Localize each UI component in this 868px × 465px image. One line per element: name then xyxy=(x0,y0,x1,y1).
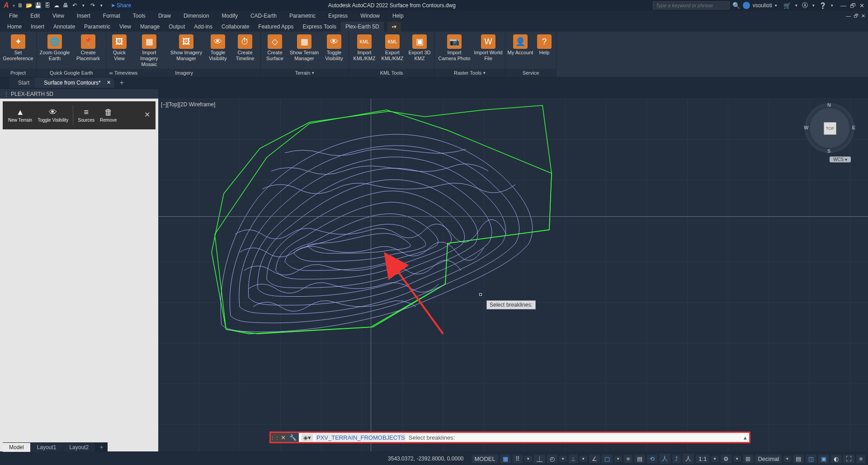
status-snap-icon[interactable]: ⠿ xyxy=(513,455,523,463)
menu-draw[interactable]: Draw xyxy=(154,12,175,20)
toggle-visibility-button[interactable]: 👁Toggle Visibility xyxy=(35,108,71,123)
import-camera-photo-button[interactable]: 📷Import Camera Photo xyxy=(436,33,472,62)
minimize-button[interactable]: — xyxy=(840,2,846,9)
status-gear-dropdown-icon[interactable]: ▾ xyxy=(733,456,741,462)
cmd-drag-handle-icon[interactable]: ⋮⋮ xyxy=(271,433,279,442)
status-isolate-icon[interactable]: ▣ xyxy=(818,455,829,463)
layout-layout2[interactable]: Layout2 xyxy=(63,443,95,452)
tab-output[interactable]: Output xyxy=(164,22,189,32)
panel-title-terrain[interactable]: Terrain▾ xyxy=(261,69,349,77)
export-kml-button[interactable]: KMLExport KML/KMZ xyxy=(379,33,406,62)
tab-home[interactable]: Home xyxy=(3,22,26,32)
status-customize-icon[interactable]: ≡ xyxy=(856,455,865,463)
status-isodraft-icon[interactable]: ⟂ xyxy=(569,455,578,463)
layout-model[interactable]: Model xyxy=(3,443,31,452)
tab-view[interactable]: View xyxy=(115,22,136,32)
autodesk-dropdown-icon[interactable]: ▾ xyxy=(812,3,815,8)
panel-title-raster[interactable]: Raster Tools▾ xyxy=(434,69,505,77)
status-polar-dropdown-icon[interactable]: ▾ xyxy=(559,456,567,462)
drawing-canvas[interactable]: [−][Top][2D Wireframe] xyxy=(158,99,868,451)
file-tab-add-button[interactable]: + xyxy=(116,78,127,88)
menu-parametric[interactable]: Parametric xyxy=(285,12,320,20)
doc-restore-button[interactable]: 🗗 xyxy=(854,13,859,19)
tab-expresstools[interactable]: Express Tools xyxy=(298,22,340,32)
cmd-history-icon[interactable]: ▴ xyxy=(741,434,749,441)
file-tab-start[interactable]: Start xyxy=(9,78,38,88)
status-scale-dropdown-icon[interactable]: ▾ xyxy=(711,456,719,462)
help-dropdown-icon[interactable]: ▾ xyxy=(831,3,833,8)
layout-add-button[interactable]: + xyxy=(95,443,108,452)
status-units-dropdown-icon[interactable]: ▾ xyxy=(783,456,791,462)
menu-modify[interactable]: Modify xyxy=(217,12,242,20)
status-2dosnap-icon[interactable]: ▢ xyxy=(602,455,613,463)
exchange-dropdown-icon[interactable]: ▾ xyxy=(795,3,797,8)
set-georeference-button[interactable]: ✦ Set Georeference xyxy=(2,33,34,62)
status-3dosnap-icon[interactable]: 人 xyxy=(659,454,670,464)
status-annomonitor-icon[interactable]: 人 xyxy=(683,454,694,464)
toggle-terrain-visibility-button[interactable]: 👁Toggle Visibility xyxy=(321,33,347,62)
status-hwa-icon[interactable]: ◐ xyxy=(831,455,841,463)
menu-view[interactable]: View xyxy=(48,12,69,20)
status-gear-icon[interactable]: ⚙ xyxy=(721,455,731,463)
show-imagery-manager-button[interactable]: 🖼Show Imagery Manager xyxy=(168,33,204,62)
restore-button[interactable]: 🗗 xyxy=(850,2,856,9)
status-transparency-icon[interactable]: ▤ xyxy=(634,455,645,463)
redo-dropdown-icon[interactable]: ▾ xyxy=(98,2,105,9)
close-button[interactable]: ✕ xyxy=(859,2,864,9)
viewcube[interactable]: N S E W TOP xyxy=(805,103,854,153)
viewcube-east[interactable]: E xyxy=(852,125,855,130)
menu-cadearth[interactable]: CAD-Earth xyxy=(246,12,281,20)
exchange-icon[interactable]: 🛒 xyxy=(783,2,791,9)
user-dropdown-icon[interactable]: ▾ xyxy=(775,3,777,8)
tab-parametric[interactable]: Parametric xyxy=(80,22,115,32)
status-units[interactable]: Decimal xyxy=(755,455,782,463)
search-icon[interactable]: 🔍 xyxy=(732,2,740,9)
doc-minimize-button[interactable]: — xyxy=(846,13,851,19)
show-terrain-manager-button[interactable]: ▦Show Terrain Manager xyxy=(288,33,321,62)
search-input[interactable] xyxy=(653,1,730,9)
create-placemark-button[interactable]: 📍Create Placemark xyxy=(72,33,104,62)
tab-manage[interactable]: Manage xyxy=(136,22,164,32)
user-account[interactable]: vsoulioti ▾ xyxy=(740,2,780,9)
autodesk-icon[interactable]: Ⓐ xyxy=(802,1,808,9)
status-cleanscreen-icon[interactable]: ⛶ xyxy=(843,455,854,463)
command-input[interactable]: ◈▾ PXV_TERRAIN_FROMOBJECTS Select breakl… xyxy=(299,433,741,442)
status-scale[interactable]: 1:1 xyxy=(696,455,709,463)
layout-layout1[interactable]: Layout1 xyxy=(31,443,63,452)
menu-dimension[interactable]: Dimension xyxy=(179,12,214,20)
import-imagery-mosaic-button[interactable]: ▦Import Imagery Mosaic xyxy=(131,33,167,68)
palette-close-icon[interactable]: ✕ xyxy=(144,110,150,119)
tab-plexearth[interactable]: Plex-Earth 5D xyxy=(341,22,384,32)
tab-collaborate[interactable]: Collaborate xyxy=(217,22,254,32)
file-tab-close-icon[interactable]: ✕ xyxy=(107,80,111,85)
share-button[interactable]: ➤ Share xyxy=(111,2,131,9)
status-snap-dropdown-icon[interactable]: ▾ xyxy=(524,456,532,462)
menu-file[interactable]: File xyxy=(5,12,22,20)
file-tab-current[interactable]: Surface from Contours* ✕ xyxy=(35,78,114,88)
viewcube-face[interactable]: TOP xyxy=(824,122,836,135)
status-model[interactable]: MODEL xyxy=(472,455,498,463)
status-qprops-icon[interactable]: ⊞ xyxy=(743,455,753,463)
plot-icon[interactable]: 🖶 xyxy=(62,2,69,9)
doc-close-button[interactable]: ✕ xyxy=(861,13,865,19)
status-isodraft-dropdown-icon[interactable]: ▾ xyxy=(580,456,587,462)
zoom-google-earth-button[interactable]: 🌐Zoom Google Earth xyxy=(38,33,71,62)
menu-tools[interactable]: Tools xyxy=(128,12,150,20)
quick-view-button[interactable]: 🖼Quick View xyxy=(108,33,130,62)
wcs-badge[interactable]: WCS ▾ xyxy=(830,157,851,162)
status-dynucs-icon[interactable]: ⤴ xyxy=(672,455,681,463)
status-selcycle-icon[interactable]: ⟲ xyxy=(647,455,657,463)
web-icon[interactable]: ☁ xyxy=(53,2,60,9)
status-2dosnap-dropdown-icon[interactable]: ▾ xyxy=(614,456,622,462)
import-kml-button[interactable]: KMLImport KML/KMZ xyxy=(351,33,378,62)
command-line[interactable]: ⋮⋮ ✕ 🔧 ◈▾ PXV_TERRAIN_FROMOBJECTS Select… xyxy=(269,432,750,443)
status-coords[interactable]: 3543.0372, -2392.8000, 0.0000 xyxy=(384,456,467,462)
menu-edit[interactable]: Edit xyxy=(26,12,44,20)
undo-icon[interactable]: ↶ xyxy=(71,2,78,9)
export-3dkmz-button[interactable]: ▣Export 3D KMZ xyxy=(407,33,432,62)
viewcube-west[interactable]: W xyxy=(804,125,808,130)
tab-featured[interactable]: Featured Apps xyxy=(254,22,298,32)
open-icon[interactable]: 📂 xyxy=(26,2,33,9)
status-lwt-icon[interactable]: ≡ xyxy=(624,455,633,463)
remove-button[interactable]: 🗑Remove xyxy=(97,108,119,123)
